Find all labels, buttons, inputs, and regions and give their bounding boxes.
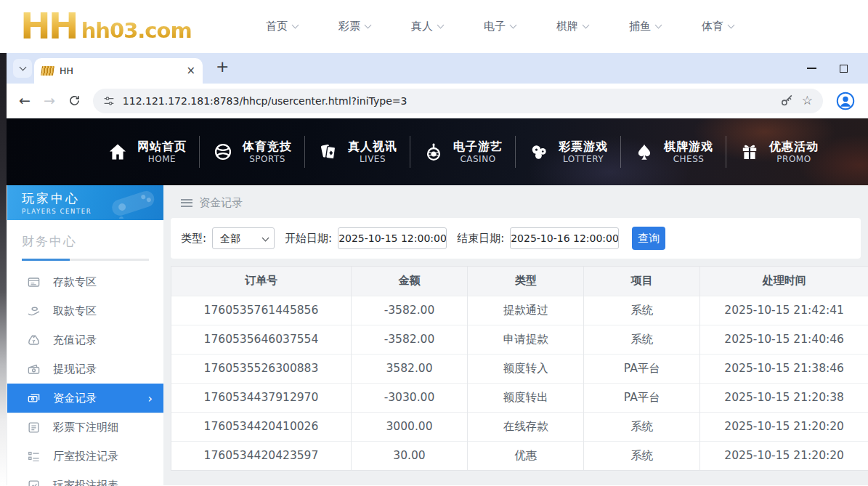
browser-tab[interactable]: HH ×	[34, 58, 203, 84]
hero-nav-lottery[interactable]: 彩票游戏 LOTTERY	[515, 133, 620, 171]
banknote-icon	[27, 363, 41, 376]
lottery-balls-icon	[527, 142, 551, 162]
query-button[interactable]: 查询	[632, 227, 665, 250]
cell-time: 2025-10-15 21:20:38	[700, 383, 868, 412]
chevron-right-icon: ›	[148, 392, 153, 405]
cell-amount: -3582.00	[351, 296, 467, 325]
document-list-icon	[27, 421, 41, 434]
checklist-icon	[27, 450, 41, 463]
filter-bar: 类型: 全部 开始日期: 结束日期: 查询	[171, 218, 861, 259]
table-row: 1760535646037554 -3582.00 申请提款 系统 2025-1…	[171, 325, 868, 354]
top-nav-fishing[interactable]: 捕鱼	[629, 20, 661, 33]
chevron-down-icon	[19, 64, 26, 71]
sidebar: 玩家中心 PLAYERS CENTER 财务中心	[7, 185, 163, 485]
cell-time: 2025-10-15 21:42:41	[700, 296, 868, 325]
logo-hh-text: HH	[20, 10, 77, 43]
chevron-down-icon	[510, 22, 517, 29]
top-nav-chess[interactable]: 棋牌	[556, 20, 588, 33]
site-header: HH hh03.com 首页 彩票 真人 电子 棋牌 捕鱼 体育	[0, 0, 868, 53]
top-nav: 首页 彩票 真人 电子 棋牌 捕鱼 体育	[266, 0, 734, 53]
deposit-terminal-icon	[27, 275, 41, 289]
cell-order-no: 1760535761445856	[171, 296, 351, 325]
cell-order-no: 1760534420410026	[171, 412, 351, 441]
hero-label-zh: 彩票游戏	[559, 139, 608, 154]
hero-nav-lives[interactable]: 真人视讯 LIVES	[304, 133, 410, 171]
menu-hamburger-icon[interactable]	[181, 199, 192, 207]
hero-nav-sports[interactable]: 体育竞技 SPORTS	[199, 133, 304, 171]
hero-nav-promo[interactable]: 优惠活动 PROMO	[726, 133, 831, 171]
forward-button[interactable]: →	[44, 94, 55, 108]
site-logo[interactable]: HH hh03.com	[20, 10, 192, 43]
end-date-input[interactable]	[510, 227, 619, 249]
sidebar-item-label: 提现记录	[53, 363, 97, 376]
back-button[interactable]: ←	[19, 94, 31, 108]
chevron-down-icon	[655, 22, 662, 29]
chevron-down-icon	[728, 22, 735, 29]
cell-type: 优惠	[468, 441, 584, 470]
hero-label-en: LIVES	[360, 154, 386, 165]
hero-label-en: HOME	[148, 154, 176, 165]
top-nav-label: 彩票	[338, 20, 360, 33]
sidebar-item-deposit-zone[interactable]: 存款专区	[7, 267, 163, 296]
gift-icon	[738, 142, 761, 161]
breadcrumb: 资金记录	[171, 185, 868, 218]
cell-project: 系统	[584, 325, 700, 354]
bookmark-star-icon[interactable]: ☆	[802, 94, 813, 107]
hero-label-zh: 体育竞技	[243, 139, 292, 154]
browser-toolbar: ← → 112.121.172.181:8783/hhcp/usercenter…	[7, 84, 868, 118]
table-row: 1760535526300883 3582.00 额度转入 PA平台 2025-…	[171, 354, 868, 383]
sidebar-item-hall-bet-records[interactable]: 厅室投注记录	[7, 442, 163, 471]
url-text[interactable]: 112.121.172.181:8783/hhcp/usercenter.htm…	[123, 95, 407, 107]
top-nav-home[interactable]: 首页	[266, 20, 298, 33]
roulette-icon	[422, 142, 445, 162]
sidebar-item-recharge-records[interactable]: 充值记录	[7, 325, 163, 355]
table-row: 1760534437912970 -3030.00 额度转出 PA平台 2025…	[171, 383, 868, 412]
cell-time: 2025-10-15 21:40:46	[700, 325, 868, 354]
hero-label-en: SPORTS	[249, 154, 285, 165]
logo-domain-text: hh03.com	[81, 18, 192, 43]
hero-nav: 网站首页 HOME 体育竞技 SPORTS	[7, 118, 868, 185]
window-minimize-button[interactable]	[807, 68, 816, 69]
hero-nav-home[interactable]: 网站首页 HOME	[94, 133, 199, 171]
funds-table: 订单号 金额 类型 项目 处理时间 1760535761445856 -3582…	[171, 266, 868, 471]
section-underline	[22, 259, 149, 261]
page-title: 资金记录	[199, 196, 243, 210]
hero-label-en: PROMO	[776, 154, 811, 165]
hero-label-zh: 电子游艺	[453, 139, 503, 154]
table-row: 1760534420410026 3000.00 在线存款 系统 2025-10…	[171, 412, 868, 441]
col-header-amount: 金额	[351, 267, 467, 296]
sidebar-item-withdraw-zone[interactable]: 取款专区	[7, 296, 163, 325]
top-nav-slots[interactable]: 电子	[484, 20, 516, 33]
sidebar-item-withdrawal-records[interactable]: 提现记录	[7, 355, 163, 384]
top-nav-label: 首页	[266, 20, 288, 33]
top-nav-label: 真人	[411, 20, 433, 33]
tab-search-button[interactable]	[13, 59, 32, 78]
new-tab-button[interactable]: +	[216, 59, 229, 75]
site-settings-icon[interactable]	[103, 95, 115, 107]
hero-label-en: CASINO	[460, 154, 495, 165]
cell-amount: -3582.00	[351, 325, 467, 354]
hero-label-en: LOTTERY	[563, 154, 604, 165]
hero-nav-chess[interactable]: 棋牌游戏 CHESS	[620, 133, 726, 171]
start-date-input[interactable]	[338, 227, 447, 249]
url-bar[interactable]: 112.121.172.181:8783/hhcp/usercenter.htm…	[93, 89, 823, 113]
type-select[interactable]: 全部	[212, 227, 275, 249]
profile-avatar-icon[interactable]	[836, 92, 855, 110]
sidebar-item-funds-records[interactable]: 资金记录 ›	[7, 384, 163, 413]
top-nav-sports[interactable]: 体育	[702, 20, 734, 33]
top-nav-live[interactable]: 真人	[411, 20, 443, 33]
cash-stack-icon	[27, 392, 41, 405]
password-key-icon[interactable]	[780, 94, 794, 108]
home-icon	[106, 142, 129, 162]
gamepad-icon	[107, 187, 159, 220]
window-maximize-button[interactable]	[840, 65, 848, 73]
sidebar-item-label: 取款专区	[53, 304, 97, 318]
top-nav-lottery[interactable]: 彩票	[338, 20, 370, 33]
chevron-down-icon	[437, 22, 445, 29]
cell-type: 额度转入	[468, 354, 584, 383]
reload-button[interactable]	[68, 94, 81, 107]
tab-close-icon[interactable]: ×	[186, 65, 195, 76]
sidebar-item-player-bet-report[interactable]: 玩家投注报表	[7, 471, 163, 486]
hero-nav-casino[interactable]: 电子游艺 CASINO	[410, 133, 515, 171]
sidebar-item-lottery-bet-details[interactable]: 彩票下注明细	[7, 413, 163, 442]
